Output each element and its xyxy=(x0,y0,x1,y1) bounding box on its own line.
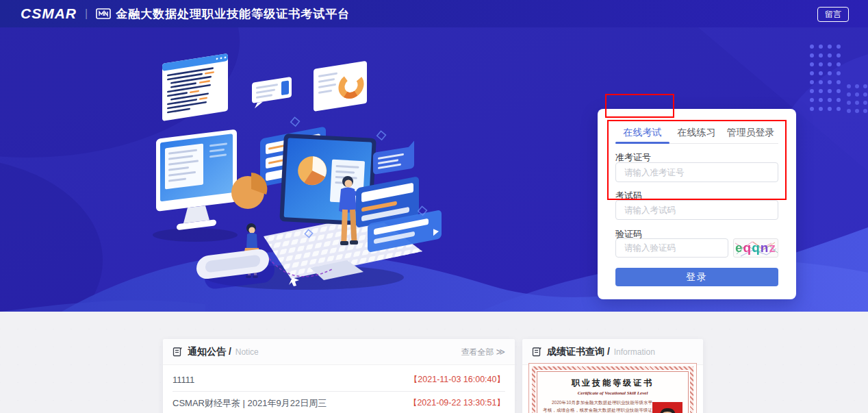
notice-item-time: 【2021-11-03 16:00:40】 xyxy=(409,374,505,386)
login-tabs: 在线考试 在线练习 管理员登录 xyxy=(615,123,778,142)
active-tab-underline xyxy=(615,142,669,144)
certificate-panel-header: 成绩证书查询 / Information xyxy=(522,339,703,365)
captcha-text: eqqnz xyxy=(734,239,778,257)
notice-item-title[interactable]: CSMAR财经早茶 | 2021年9月22日周三 xyxy=(173,397,327,410)
login-card: 在线考试 在线练习 管理员登录 准考证号 考试码 验证码 eqqnz xyxy=(598,109,796,299)
certificate-body-text: 2020年10月参加金融大数据处理职业技能等级水平考核，成绩合格，核发金融大数据… xyxy=(543,399,652,413)
top-header: CSMAR | 金融大数据处理职业技能等级证书考试平台 留言 xyxy=(0,0,868,27)
tab-online-exam[interactable]: 在线考试 xyxy=(615,123,669,142)
notice-panel: 通知公告 / Notice 查看全部≫ 11111 【2021-11-03 16… xyxy=(163,339,515,413)
certificate-heading-en: Certificate of Vocational Skill Level xyxy=(543,390,682,396)
message-button[interactable]: 留言 xyxy=(817,7,849,22)
hero-banner: 在线考试 在线练习 管理员登录 准考证号 考试码 验证码 eqqnz xyxy=(0,27,868,312)
certificate-panel: 成绩证书查询 / Information 职业技能等级证书 Certificat… xyxy=(522,339,703,413)
certificate-ornate-border: 职业技能等级证书 Certificate of Vocational Skill… xyxy=(532,366,693,413)
notice-row[interactable]: CSMAR财经早茶 | 2021年9月22日周三 【2021-09-22 13:… xyxy=(173,392,505,413)
view-all-link[interactable]: 查看全部≫ xyxy=(461,339,505,365)
csmar-logo: CSMAR xyxy=(21,5,77,22)
bottom-section: 通知公告 / Notice 查看全部≫ 11111 【2021-11-03 16… xyxy=(0,312,868,413)
notice-item-time: 【2021-09-22 13:30:51】 xyxy=(409,397,505,409)
certificate-image[interactable]: 职业技能等级证书 Certificate of Vocational Skill… xyxy=(528,363,697,413)
document-edit-icon xyxy=(173,347,183,357)
platform-logo-icon xyxy=(96,8,111,19)
login-button[interactable]: 登录 xyxy=(615,268,778,286)
page-title: 金融大数据处理职业技能等级证书考试平台 xyxy=(116,6,350,22)
page: CSMAR | 金融大数据处理职业技能等级证书考试平台 留言 xyxy=(0,0,868,413)
notice-subtitle: Notice xyxy=(235,347,259,357)
notice-title: 通知公告 / xyxy=(188,346,231,358)
exam-id-input[interactable] xyxy=(615,162,778,182)
exam-code-input[interactable] xyxy=(615,200,778,220)
certificate-title: 成绩证书查询 / xyxy=(547,346,610,358)
notice-panel-header: 通知公告 / Notice 查看全部≫ xyxy=(163,339,515,365)
certificate-subtitle: Information xyxy=(614,347,655,357)
certificate-photo xyxy=(652,402,682,413)
document-edit-icon xyxy=(532,347,542,357)
brand-group: CSMAR | 金融大数据处理职业技能等级证书考试平台 xyxy=(21,0,350,27)
notice-item-title[interactable]: 11111 xyxy=(173,375,194,385)
captcha-image[interactable]: eqqnz xyxy=(733,238,778,258)
view-all-chevron-icon: ≫ xyxy=(496,347,505,357)
notice-row[interactable]: 11111 【2021-11-03 16:00:40】 xyxy=(173,368,505,391)
hero-illustration xyxy=(147,51,455,312)
brand-separator: | xyxy=(85,8,88,20)
captcha-input[interactable] xyxy=(615,238,728,258)
certificate-heading: 职业技能等级证书 xyxy=(543,377,682,389)
tab-admin-login[interactable]: 管理员登录 xyxy=(724,123,778,142)
tab-online-practice[interactable]: 在线练习 xyxy=(669,123,724,142)
notice-list: 11111 【2021-11-03 16:00:40】 CSMAR财经早茶 | … xyxy=(163,365,515,413)
certificate-content: 职业技能等级证书 Certificate of Vocational Skill… xyxy=(537,371,689,413)
